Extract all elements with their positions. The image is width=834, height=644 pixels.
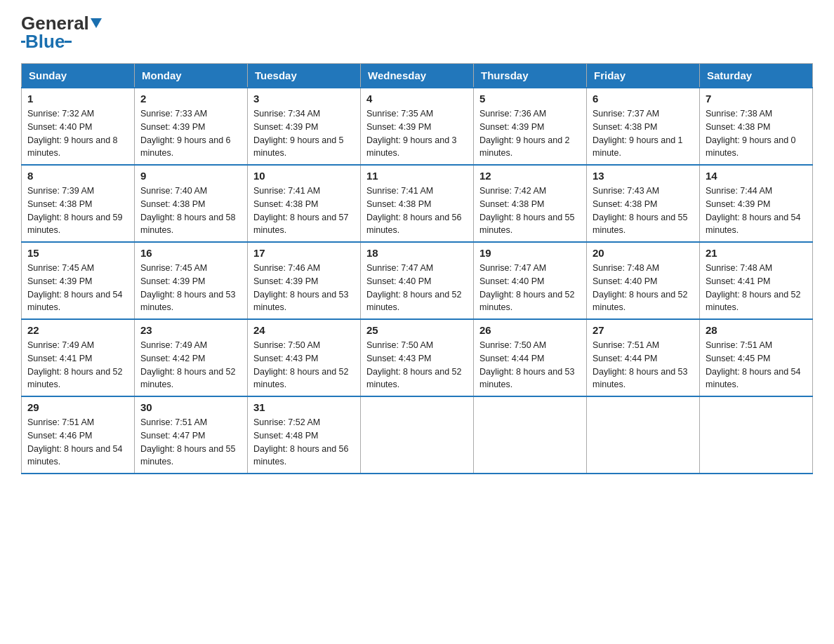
header-thursday: Thursday: [474, 64, 587, 88]
day-number: 13: [593, 170, 694, 182]
day-number: 11: [366, 170, 468, 182]
logo-general-text: General: [21, 14, 89, 32]
day-info: Sunrise: 7:51 AMSunset: 4:44 PMDaylight:…: [593, 339, 694, 391]
calendar-cell: 31Sunrise: 7:52 AMSunset: 4:48 PMDayligh…: [248, 396, 361, 474]
header-monday: Monday: [135, 64, 248, 88]
calendar-cell: 6Sunrise: 7:37 AMSunset: 4:38 PMDaylight…: [587, 88, 700, 165]
day-number: 15: [27, 247, 128, 259]
day-number: 2: [140, 93, 241, 105]
calendar-cell: 27Sunrise: 7:51 AMSunset: 4:44 PMDayligh…: [587, 319, 700, 396]
day-number: 31: [253, 401, 355, 413]
day-info: Sunrise: 7:50 AMSunset: 4:44 PMDaylight:…: [479, 339, 581, 391]
day-info: Sunrise: 7:51 AMSunset: 4:45 PMDaylight:…: [706, 339, 807, 391]
day-number: 23: [140, 324, 241, 336]
calendar-cell: 21Sunrise: 7:48 AMSunset: 4:41 PMDayligh…: [700, 242, 813, 319]
calendar-cell: 16Sunrise: 7:45 AMSunset: 4:39 PMDayligh…: [135, 242, 248, 319]
calendar-header-row: SundayMondayTuesdayWednesdayThursdayFrid…: [22, 64, 813, 88]
calendar-cell: 19Sunrise: 7:47 AMSunset: 4:40 PMDayligh…: [474, 242, 587, 319]
day-info: Sunrise: 7:50 AMSunset: 4:43 PMDaylight:…: [253, 339, 355, 391]
day-number: 8: [27, 170, 128, 182]
day-number: 1: [27, 93, 128, 105]
calendar-cell: 17Sunrise: 7:46 AMSunset: 4:39 PMDayligh…: [248, 242, 361, 319]
calendar-cell: 15Sunrise: 7:45 AMSunset: 4:39 PMDayligh…: [22, 242, 135, 319]
calendar-cell: 29Sunrise: 7:51 AMSunset: 4:46 PMDayligh…: [22, 396, 135, 474]
calendar-cell: 1Sunrise: 7:32 AMSunset: 4:40 PMDaylight…: [22, 88, 135, 165]
calendar-cell: 26Sunrise: 7:50 AMSunset: 4:44 PMDayligh…: [474, 319, 587, 396]
header-saturday: Saturday: [700, 64, 813, 88]
calendar-cell: 11Sunrise: 7:41 AMSunset: 4:38 PMDayligh…: [361, 165, 474, 242]
day-number: 20: [593, 247, 694, 259]
day-info: Sunrise: 7:44 AMSunset: 4:39 PMDaylight:…: [706, 185, 807, 237]
page-header: GeneralBlue: [21, 14, 813, 51]
day-info: Sunrise: 7:51 AMSunset: 4:47 PMDaylight:…: [140, 416, 241, 469]
day-info: Sunrise: 7:37 AMSunset: 4:38 PMDaylight:…: [593, 107, 694, 160]
calendar-cell: 3Sunrise: 7:34 AMSunset: 4:39 PMDaylight…: [248, 88, 361, 165]
day-number: 18: [366, 247, 468, 259]
day-info: Sunrise: 7:43 AMSunset: 4:38 PMDaylight:…: [593, 185, 694, 237]
day-info: Sunrise: 7:51 AMSunset: 4:46 PMDaylight:…: [27, 416, 128, 469]
calendar-cell: [700, 396, 813, 474]
calendar-cell: 9Sunrise: 7:40 AMSunset: 4:38 PMDaylight…: [135, 165, 248, 242]
calendar-cell: 7Sunrise: 7:38 AMSunset: 4:38 PMDaylight…: [700, 88, 813, 165]
day-info: Sunrise: 7:46 AMSunset: 4:39 PMDaylight:…: [253, 262, 355, 314]
day-number: 28: [706, 324, 807, 336]
day-info: Sunrise: 7:34 AMSunset: 4:39 PMDaylight:…: [253, 107, 355, 160]
day-info: Sunrise: 7:33 AMSunset: 4:39 PMDaylight:…: [140, 107, 241, 160]
day-info: Sunrise: 7:39 AMSunset: 4:38 PMDaylight:…: [27, 185, 128, 237]
logo: GeneralBlue: [21, 14, 102, 51]
calendar-cell: 18Sunrise: 7:47 AMSunset: 4:40 PMDayligh…: [361, 242, 474, 319]
calendar-cell: 8Sunrise: 7:39 AMSunset: 4:38 PMDaylight…: [22, 165, 135, 242]
day-number: 25: [366, 324, 468, 336]
day-number: 7: [706, 93, 807, 105]
day-info: Sunrise: 7:41 AMSunset: 4:38 PMDaylight:…: [366, 185, 468, 237]
day-info: Sunrise: 7:48 AMSunset: 4:41 PMDaylight:…: [706, 262, 807, 314]
day-number: 12: [479, 170, 581, 182]
calendar-cell: [361, 396, 474, 474]
day-info: Sunrise: 7:32 AMSunset: 4:40 PMDaylight:…: [27, 107, 128, 160]
week-row-3: 15Sunrise: 7:45 AMSunset: 4:39 PMDayligh…: [22, 242, 813, 319]
calendar-cell: 23Sunrise: 7:49 AMSunset: 4:42 PMDayligh…: [135, 319, 248, 396]
calendar-cell: 25Sunrise: 7:50 AMSunset: 4:43 PMDayligh…: [361, 319, 474, 396]
day-info: Sunrise: 7:42 AMSunset: 4:38 PMDaylight:…: [479, 185, 581, 237]
logo-arrow-icon: [91, 18, 102, 28]
header-tuesday: Tuesday: [248, 64, 361, 88]
day-number: 3: [253, 93, 355, 105]
day-number: 5: [479, 93, 581, 105]
calendar-cell: 24Sunrise: 7:50 AMSunset: 4:43 PMDayligh…: [248, 319, 361, 396]
week-row-5: 29Sunrise: 7:51 AMSunset: 4:46 PMDayligh…: [22, 396, 813, 474]
logo-blue-text: Blue: [25, 32, 65, 51]
day-info: Sunrise: 7:50 AMSunset: 4:43 PMDaylight:…: [366, 339, 468, 391]
week-row-4: 22Sunrise: 7:49 AMSunset: 4:41 PMDayligh…: [22, 319, 813, 396]
day-number: 9: [140, 170, 241, 182]
header-friday: Friday: [587, 64, 700, 88]
calendar-cell: 20Sunrise: 7:48 AMSunset: 4:40 PMDayligh…: [587, 242, 700, 319]
week-row-1: 1Sunrise: 7:32 AMSunset: 4:40 PMDaylight…: [22, 88, 813, 165]
week-row-2: 8Sunrise: 7:39 AMSunset: 4:38 PMDaylight…: [22, 165, 813, 242]
calendar-cell: 2Sunrise: 7:33 AMSunset: 4:39 PMDaylight…: [135, 88, 248, 165]
day-info: Sunrise: 7:40 AMSunset: 4:38 PMDaylight:…: [140, 185, 241, 237]
day-number: 19: [479, 247, 581, 259]
day-info: Sunrise: 7:49 AMSunset: 4:42 PMDaylight:…: [140, 339, 241, 391]
day-info: Sunrise: 7:52 AMSunset: 4:48 PMDaylight:…: [253, 416, 355, 469]
header-wednesday: Wednesday: [361, 64, 474, 88]
calendar-cell: [474, 396, 587, 474]
calendar-cell: 12Sunrise: 7:42 AMSunset: 4:38 PMDayligh…: [474, 165, 587, 242]
calendar-cell: 14Sunrise: 7:44 AMSunset: 4:39 PMDayligh…: [700, 165, 813, 242]
day-number: 29: [27, 401, 128, 413]
day-number: 21: [706, 247, 807, 259]
day-info: Sunrise: 7:38 AMSunset: 4:38 PMDaylight:…: [706, 107, 807, 160]
day-number: 16: [140, 247, 241, 259]
day-info: Sunrise: 7:36 AMSunset: 4:39 PMDaylight:…: [479, 107, 581, 160]
day-number: 10: [253, 170, 355, 182]
day-number: 24: [253, 324, 355, 336]
calendar-cell: 28Sunrise: 7:51 AMSunset: 4:45 PMDayligh…: [700, 319, 813, 396]
day-info: Sunrise: 7:35 AMSunset: 4:39 PMDaylight:…: [366, 107, 468, 160]
calendar-cell: [587, 396, 700, 474]
day-info: Sunrise: 7:48 AMSunset: 4:40 PMDaylight:…: [593, 262, 694, 314]
day-info: Sunrise: 7:49 AMSunset: 4:41 PMDaylight:…: [27, 339, 128, 391]
day-info: Sunrise: 7:47 AMSunset: 4:40 PMDaylight:…: [479, 262, 581, 314]
day-number: 30: [140, 401, 241, 413]
day-info: Sunrise: 7:47 AMSunset: 4:40 PMDaylight:…: [366, 262, 468, 314]
day-info: Sunrise: 7:45 AMSunset: 4:39 PMDaylight:…: [140, 262, 241, 314]
day-number: 6: [593, 93, 694, 105]
